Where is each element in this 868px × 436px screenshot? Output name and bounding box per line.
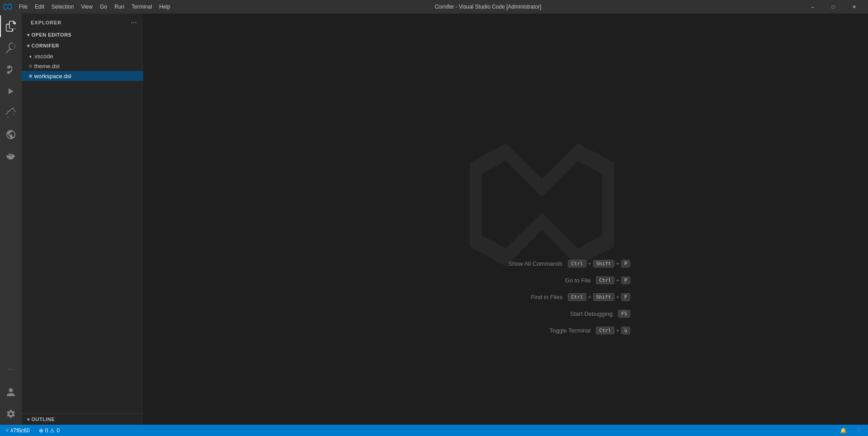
go-to-file-label: Go to File <box>527 277 591 284</box>
docker-icon <box>5 151 16 162</box>
status-errors[interactable]: ⊗ 0 ⚠ 0 <box>37 425 61 436</box>
shortcut-toggle-terminal: Toggle Terminal Ctrl + ù <box>499 327 630 334</box>
menu-edit[interactable]: Edit <box>31 2 48 11</box>
source-control-icon <box>5 64 16 75</box>
svg-rect-4 <box>10 154 12 155</box>
error-count: 0 <box>45 427 48 434</box>
key-ctrl-3: Ctrl <box>568 293 586 301</box>
menu-view[interactable]: View <box>77 2 96 11</box>
key-backtick: ù <box>621 327 630 334</box>
remote-explorer-icon <box>5 129 16 140</box>
key-shift-1: Shift <box>593 260 614 267</box>
git-branch-icon: ⑂ <box>5 427 9 434</box>
workspace-dsl-label: workspace.dsl <box>34 73 143 80</box>
shortcut-start-debugging: Start Debugging F5 <box>499 310 630 318</box>
key-ctrl-1: Ctrl <box>568 260 586 267</box>
sidebar-more-button[interactable]: ··· <box>130 18 138 28</box>
outline-label: OUTLINE <box>32 417 55 422</box>
outline-section: ▾ OUTLINE <box>22 413 143 425</box>
accounts-icon <box>6 387 16 397</box>
sidebar-actions: ··· <box>130 18 138 28</box>
plus-2: + <box>616 261 619 267</box>
sidebar-header: EXPLORER ··· <box>22 14 143 29</box>
editor-area[interactable]: Show All Commands Ctrl + Shift + P Go to… <box>144 14 868 425</box>
tree-workspace-dsl[interactable]: ≡ workspace.dsl <box>22 71 143 81</box>
theme-dsl-label: theme.dsl <box>34 63 143 70</box>
menu-go[interactable]: Go <box>96 2 111 11</box>
menu-bar: File Edit Selection View Go Run Terminal… <box>15 2 174 11</box>
vscode-watermark-icon <box>470 132 614 277</box>
titlebar-left: File Edit Selection View Go Run Terminal… <box>4 2 174 11</box>
tree-vscode-folder[interactable]: ▸ .vscode <box>22 51 143 61</box>
outline-header[interactable]: ▾ OUTLINE <box>22 414 143 425</box>
vscode-logo-icon <box>4 3 12 11</box>
status-left: ⑂ #7f6c60 ⊗ 0 ⚠ 0 <box>4 425 61 436</box>
activity-more[interactable]: ··· <box>0 358 22 380</box>
status-right: 🔔 👤 <box>838 425 864 436</box>
key-p-2: P <box>621 277 630 284</box>
status-account[interactable]: 👤 <box>854 425 864 436</box>
vscode-chevron: ▸ <box>28 55 33 57</box>
shortcut-go-to-file: Go to File Ctrl + P <box>499 277 630 284</box>
activity-explorer[interactable] <box>0 15 22 37</box>
titlebar: File Edit Selection View Go Run Terminal… <box>0 0 868 14</box>
activity-docker[interactable] <box>0 145 22 167</box>
shortcuts-list: Show All Commands Ctrl + Shift + P Go to… <box>499 260 630 334</box>
shortcut-show-all-commands: Show All Commands Ctrl + Shift + P <box>499 260 630 267</box>
menu-terminal[interactable]: Terminal <box>128 2 155 11</box>
cornifer-section[interactable]: ▾ CORNIFER <box>22 40 143 51</box>
vscode-folder-label: .vscode <box>33 53 143 60</box>
error-icon: ⊗ <box>39 427 43 434</box>
key-ctrl-4: Ctrl <box>596 327 615 334</box>
warning-icon: ⚠ <box>50 427 55 434</box>
open-editors-label: OPEN EDITORS <box>32 32 72 38</box>
shortcut-find-in-files: Find in Files Ctrl + Shift + F <box>499 293 630 301</box>
plus-6: + <box>616 328 619 334</box>
svg-rect-3 <box>9 154 10 155</box>
file-icon-selected: ≡ <box>29 73 33 80</box>
open-editors-section[interactable]: ▾ OPEN EDITORS <box>22 29 143 40</box>
status-branch[interactable]: ⑂ #7f6c60 <box>4 425 32 436</box>
explorer-icon <box>6 21 17 32</box>
activity-remote-explorer[interactable] <box>0 124 22 145</box>
activity-extensions[interactable] <box>0 102 22 124</box>
key-ctrl-2: Ctrl <box>596 277 615 284</box>
find-in-files-label: Find in Files <box>499 294 562 300</box>
go-to-file-keys: Ctrl + P <box>596 277 630 284</box>
app-body: ··· EXPLORER ··· ▾ OPEN EDITORS <box>0 14 868 425</box>
sidebar: EXPLORER ··· ▾ OPEN EDITORS ▾ CORNIFER ▸… <box>22 14 144 425</box>
activity-source-control[interactable] <box>0 59 22 80</box>
search-icon <box>5 42 16 53</box>
minimize-button[interactable]: – <box>802 0 823 14</box>
warning-count: 0 <box>56 427 60 434</box>
cornifer-label: CORNIFER <box>32 43 59 48</box>
menu-selection[interactable]: Selection <box>48 2 77 11</box>
activity-run-debug[interactable] <box>0 80 22 102</box>
menu-run[interactable]: Run <box>111 2 128 11</box>
branch-name: #7f6c60 <box>10 427 30 434</box>
bell-icon: 🔔 <box>840 427 847 434</box>
key-shift-2: Shift <box>593 293 614 301</box>
key-p-1: P <box>621 260 630 267</box>
cornifer-chevron: ▾ <box>27 43 30 48</box>
extensions-icon <box>5 108 16 118</box>
open-editors-chevron: ▾ <box>27 33 30 38</box>
status-notifications[interactable]: 🔔 <box>838 425 849 436</box>
maximize-button[interactable]: □ <box>823 0 844 14</box>
activity-accounts[interactable] <box>0 381 22 403</box>
key-f: F <box>621 293 630 301</box>
window-title: Cornifer - Visual Studio Code [Administr… <box>174 4 802 10</box>
file-icon: ≡ <box>29 63 33 70</box>
sidebar-title: EXPLORER <box>31 20 62 25</box>
tree-section: ▾ OPEN EDITORS ▾ CORNIFER ▸ .vscode ≡ th… <box>22 29 143 413</box>
menu-help[interactable]: Help <box>156 2 174 11</box>
toggle-terminal-label: Toggle Terminal <box>527 327 591 334</box>
plus-1: + <box>588 261 591 267</box>
close-button[interactable]: ✕ <box>844 0 864 14</box>
find-in-files-keys: Ctrl + Shift + F <box>568 293 630 301</box>
activity-settings[interactable] <box>0 403 22 425</box>
start-debugging-keys: F5 <box>618 310 630 318</box>
menu-file[interactable]: File <box>15 2 31 11</box>
activity-search[interactable] <box>0 37 22 59</box>
tree-theme-dsl[interactable]: ≡ theme.dsl <box>22 61 143 71</box>
